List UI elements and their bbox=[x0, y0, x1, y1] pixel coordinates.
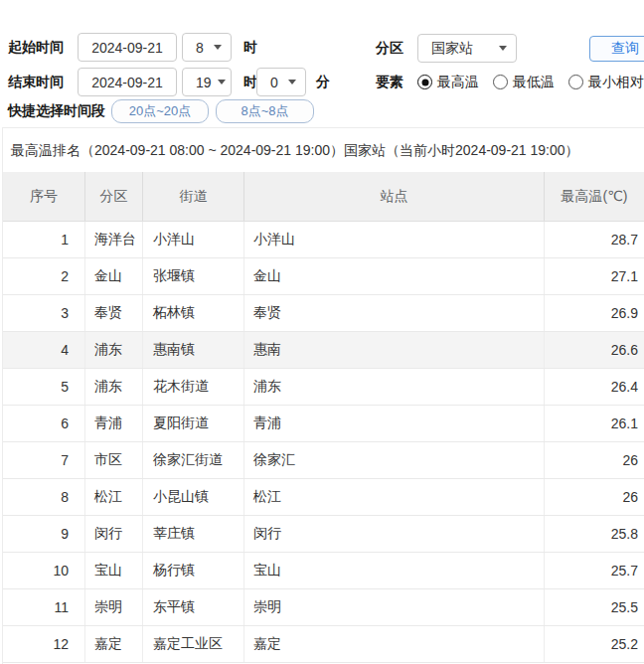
cell-station: 闵行 bbox=[244, 516, 545, 552]
radio-option-max-temp[interactable]: 最高温 bbox=[417, 74, 479, 91]
cell-value: 26.4 bbox=[545, 369, 644, 405]
radio-selected-icon bbox=[417, 75, 432, 89]
table-row[interactable]: 6 青浦 夏阳街道 青浦 26.1 bbox=[3, 406, 644, 442]
cell-street: 东平镇 bbox=[143, 589, 244, 625]
table-row[interactable]: 4 浦东 惠南镇 惠南 26.6 bbox=[3, 332, 644, 369]
cell-rank: 6 bbox=[3, 406, 85, 441]
cell-district: 海洋台 bbox=[85, 222, 143, 257]
table-row[interactable]: 12 嘉定 嘉定工业区 嘉定 25.2 bbox=[3, 626, 644, 663]
cell-value: 26 bbox=[545, 479, 644, 515]
end-hour-select[interactable]: 19 bbox=[182, 68, 232, 96]
cell-district: 金山 bbox=[85, 258, 143, 294]
cell-district: 浦东 bbox=[85, 369, 143, 405]
cell-district: 宝山 bbox=[85, 553, 143, 588]
cell-street: 惠南镇 bbox=[143, 332, 244, 368]
cell-value: 25.5 bbox=[545, 589, 644, 625]
cell-rank: 2 bbox=[3, 258, 85, 294]
cell-street: 夏阳街道 bbox=[143, 406, 244, 441]
cell-rank: 3 bbox=[3, 295, 85, 331]
quick-button-20-20[interactable]: 20点~20点 bbox=[111, 99, 209, 123]
cell-street: 小洋山 bbox=[143, 222, 244, 257]
cell-rank: 12 bbox=[3, 626, 85, 662]
column-header-street: 街道 bbox=[143, 172, 244, 221]
end-hour-value: 19 bbox=[196, 75, 212, 90]
end-time-label: 结束时间 bbox=[8, 68, 64, 96]
column-header-station: 站点 bbox=[244, 172, 545, 221]
cell-value: 26 bbox=[545, 442, 644, 478]
cell-station: 浦东 bbox=[244, 369, 545, 405]
column-header-district: 分区 bbox=[85, 172, 143, 221]
radio-icon bbox=[568, 75, 583, 89]
cell-street: 嘉定工业区 bbox=[143, 626, 244, 662]
cell-station: 奉贤 bbox=[244, 295, 545, 331]
end-minute-select[interactable]: 0 bbox=[256, 68, 306, 96]
start-hour-value: 8 bbox=[196, 40, 204, 56]
start-time-label: 起始时间 bbox=[8, 33, 64, 62]
column-header-max-temp: 最高温(℃) bbox=[545, 172, 644, 221]
radio-option-label: 最高温 bbox=[437, 74, 479, 91]
cell-value: 25.2 bbox=[545, 626, 644, 662]
cell-rank: 1 bbox=[3, 222, 85, 257]
cell-street: 小昆山镇 bbox=[143, 479, 244, 515]
end-minute-unit: 分 bbox=[316, 68, 330, 96]
table-row[interactable]: 8 松江 小昆山镇 松江 26 bbox=[3, 479, 644, 516]
radio-icon bbox=[493, 75, 508, 89]
cell-station: 宝山 bbox=[244, 553, 545, 588]
cell-value: 26.1 bbox=[545, 406, 644, 441]
query-button[interactable]: 查询 bbox=[589, 36, 644, 62]
end-date-input[interactable] bbox=[78, 68, 177, 96]
cell-street: 杨行镇 bbox=[143, 553, 244, 588]
cell-value: 28.7 bbox=[545, 222, 644, 257]
cell-rank: 9 bbox=[3, 516, 85, 552]
chevron-down-icon bbox=[214, 45, 222, 50]
cell-district: 青浦 bbox=[85, 406, 143, 441]
radio-option-min-temp[interactable]: 最低温 bbox=[493, 74, 555, 91]
chevron-down-icon bbox=[218, 80, 226, 84]
cell-district: 奉贤 bbox=[85, 295, 143, 331]
zone-select[interactable]: 国家站 bbox=[417, 34, 517, 63]
cell-value: 25.7 bbox=[545, 553, 644, 588]
cell-street: 柘林镇 bbox=[143, 295, 244, 331]
start-hour-select[interactable]: 8 bbox=[182, 33, 232, 62]
results-card: 最高温排名（2024-09-21 08:00 ~ 2024-09-21 19:0… bbox=[2, 127, 644, 664]
element-radio-group: 最高温 最低温 最小相对湿度 bbox=[417, 68, 644, 96]
table-row[interactable]: 3 奉贤 柘林镇 奉贤 26.9 bbox=[3, 295, 644, 332]
cell-district: 嘉定 bbox=[85, 626, 143, 662]
column-header-rank: 序号 bbox=[3, 172, 85, 221]
cell-district: 市区 bbox=[85, 442, 143, 478]
table-row[interactable]: 7 市区 徐家汇街道 徐家汇 26 bbox=[3, 442, 644, 479]
cell-street: 张堰镇 bbox=[143, 258, 244, 294]
cell-value: 26.9 bbox=[545, 295, 644, 331]
chevron-down-icon bbox=[288, 80, 296, 84]
radio-option-label: 最小相对湿度 bbox=[588, 74, 644, 91]
cell-value: 25.8 bbox=[545, 516, 644, 552]
end-hour-unit: 时 bbox=[243, 68, 257, 96]
quick-select-label: 快捷选择时间段 bbox=[8, 98, 105, 123]
cell-rank: 4 bbox=[3, 332, 85, 368]
table-row[interactable]: 1 海洋台 小洋山 小洋山 28.7 bbox=[3, 222, 644, 258]
cell-station: 惠南 bbox=[244, 332, 545, 368]
table-header: 序号 分区 街道 站点 最高温(℃) bbox=[3, 172, 644, 222]
cell-station: 金山 bbox=[244, 258, 545, 294]
quick-button-8-8[interactable]: 8点~8点 bbox=[216, 99, 314, 123]
cell-station: 小洋山 bbox=[244, 222, 545, 257]
table-row[interactable]: 2 金山 张堰镇 金山 27.1 bbox=[3, 258, 644, 295]
cell-district: 浦东 bbox=[85, 332, 143, 368]
cell-district: 崇明 bbox=[85, 589, 143, 625]
table-body: 1 海洋台 小洋山 小洋山 28.7 2 金山 张堰镇 金山 27.1 3 奉贤… bbox=[3, 222, 644, 663]
cell-station: 青浦 bbox=[244, 406, 545, 441]
cell-district: 松江 bbox=[85, 479, 143, 515]
radio-option-min-humidity[interactable]: 最小相对湿度 bbox=[568, 74, 644, 91]
table-row[interactable]: 10 宝山 杨行镇 宝山 25.7 bbox=[3, 553, 644, 589]
table-row[interactable]: 11 崇明 东平镇 崇明 25.5 bbox=[3, 589, 644, 626]
table-title: 最高温排名（2024-09-21 08:00 ~ 2024-09-21 19:0… bbox=[3, 128, 644, 172]
table-row[interactable]: 9 闵行 莘庄镇 闵行 25.8 bbox=[3, 516, 644, 553]
cell-station: 崇明 bbox=[244, 589, 545, 625]
element-label: 要素 bbox=[376, 68, 403, 96]
cell-station: 嘉定 bbox=[244, 626, 545, 662]
start-date-input[interactable] bbox=[78, 33, 177, 62]
table-row[interactable]: 5 浦东 花木街道 浦东 26.4 bbox=[3, 369, 644, 406]
cell-district: 闵行 bbox=[85, 516, 143, 552]
cell-rank: 10 bbox=[3, 553, 85, 588]
radio-option-label: 最低温 bbox=[513, 74, 555, 91]
